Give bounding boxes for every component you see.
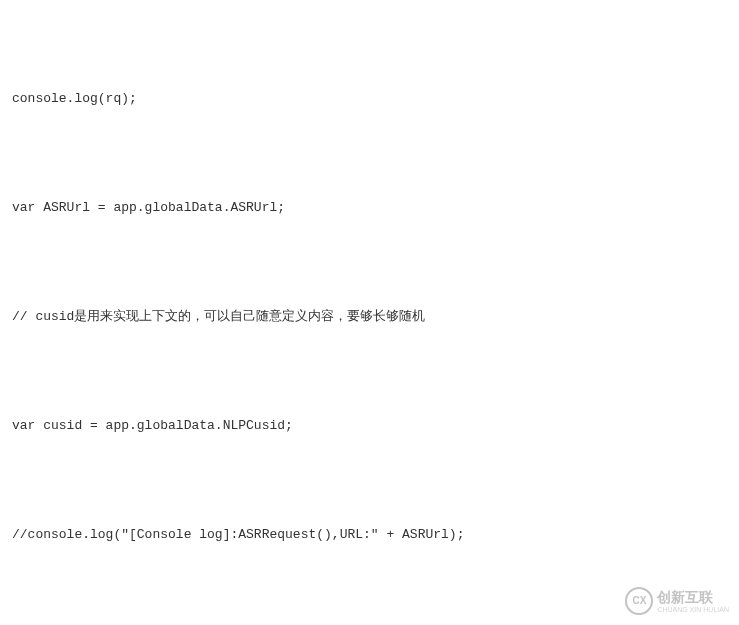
watermark: CX 创新互联 CHUANG XIN HULIAN (625, 587, 729, 615)
watermark-sub-text: CHUANG XIN HULIAN (657, 606, 729, 613)
watermark-main-text: 创新互联 (657, 589, 729, 606)
code-line: console.log(rq); (12, 81, 727, 117)
code-block: console.log(rq); var ASRUrl = app.global… (12, 8, 727, 625)
watermark-label: 创新互联 CHUANG XIN HULIAN (657, 589, 729, 613)
code-line: var ASRUrl = app.globalData.ASRUrl; (12, 190, 727, 226)
watermark-logo-icon: CX (625, 587, 653, 615)
code-line: //console.log("[Console log]:ASRRequest(… (12, 517, 727, 553)
code-line: var cusid = app.globalData.NLPCusid; (12, 408, 727, 444)
code-line: // cusid是用来实现上下文的，可以自己随意定义内容，要够长够随机 (12, 299, 727, 335)
watermark-icon-text: CX (632, 587, 646, 615)
